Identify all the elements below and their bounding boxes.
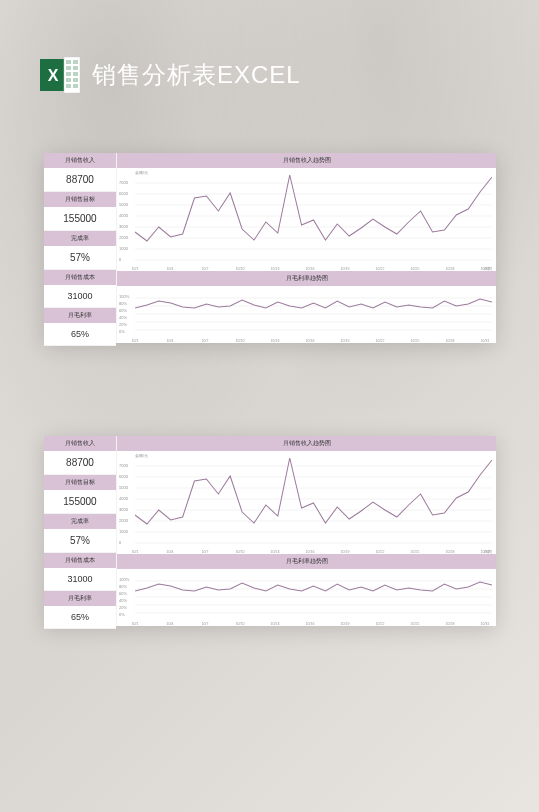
svg-rect-7 bbox=[73, 72, 78, 76]
y-tick: 0% bbox=[119, 329, 125, 334]
y-tick: 3000 bbox=[119, 507, 128, 512]
y-tick: 100% bbox=[119, 294, 129, 299]
x-tick: 10/31 bbox=[481, 622, 490, 626]
stat-label-revenue: 月销售收入 bbox=[44, 153, 116, 168]
y-tick: 2000 bbox=[119, 518, 128, 523]
y-tick: 1000 bbox=[119, 529, 128, 534]
svg-rect-11 bbox=[73, 84, 78, 88]
svg-rect-5 bbox=[73, 66, 78, 70]
margin-line-chart bbox=[135, 290, 492, 334]
y-tick: 6000 bbox=[119, 474, 128, 479]
x-tick: 10/1 bbox=[132, 622, 139, 626]
x-tick: 10/16 bbox=[306, 339, 315, 343]
x-tick: 10/4 bbox=[167, 622, 174, 626]
stat-value-completion: 57% bbox=[44, 246, 116, 270]
y-tick: 4000 bbox=[119, 213, 128, 218]
x-tick: 10/10 bbox=[236, 339, 245, 343]
revenue-chart-block: 月销售收入趋势图 金额/元 0 1000 2000 3000 4000 5000… bbox=[116, 436, 496, 554]
x-tick: 10/19 bbox=[341, 622, 350, 626]
revenue-chart-area: 金额/元 0 1000 2000 3000 4000 5000 6000 700… bbox=[117, 451, 496, 555]
y-tick: 80% bbox=[119, 301, 127, 306]
stat-label-target: 月销售目标 bbox=[44, 475, 116, 490]
x-tick: 10/28 bbox=[446, 622, 455, 626]
margin-chart-block: 月毛利率趋势图 0% 20% 40% 60% 80% 100% 10/1 10/… bbox=[116, 554, 496, 626]
margin-line-chart bbox=[135, 573, 492, 617]
stat-value-margin: 65% bbox=[44, 606, 116, 629]
y-tick: 20% bbox=[119, 322, 127, 327]
stat-value-target: 155000 bbox=[44, 490, 116, 514]
charts-container: 月销售收入趋势图 金额/元 0 1000 2000 3000 4000 5000… bbox=[116, 436, 496, 626]
x-tick: 10/22 bbox=[376, 622, 385, 626]
page-title: 销售分析表EXCEL bbox=[92, 59, 301, 91]
excel-icon: X bbox=[40, 55, 80, 95]
stats-sidebar: 月销售收入 88700 月销售目标 155000 完成率 57% 月销售成本 3… bbox=[44, 436, 116, 626]
revenue-chart-area: 金额/元 0 1000 2000 3000 4000 5000 6000 700… bbox=[117, 168, 496, 272]
x-tick: 10/16 bbox=[306, 622, 315, 626]
x-tick: 10/10 bbox=[236, 622, 245, 626]
margin-chart-title: 月毛利率趋势图 bbox=[117, 271, 496, 286]
svg-rect-2 bbox=[66, 60, 71, 64]
stat-value-cost: 31000 bbox=[44, 568, 116, 591]
y-tick: 0 bbox=[119, 540, 121, 545]
x-tick: 10/28 bbox=[446, 339, 455, 343]
chart-y-unit: 金额/元 bbox=[135, 170, 148, 175]
y-tick: 40% bbox=[119, 598, 127, 603]
chart-y-unit: 金额/元 bbox=[135, 453, 148, 458]
x-tick: 10/7 bbox=[202, 339, 209, 343]
stat-label-target: 月销售目标 bbox=[44, 192, 116, 207]
svg-rect-9 bbox=[73, 78, 78, 82]
revenue-line-chart bbox=[135, 172, 492, 262]
y-tick: 0% bbox=[119, 612, 125, 617]
stat-value-target: 155000 bbox=[44, 207, 116, 231]
stat-label-completion: 完成率 bbox=[44, 231, 116, 246]
stat-label-margin: 月毛利率 bbox=[44, 591, 116, 606]
y-tick: 5000 bbox=[119, 485, 128, 490]
svg-rect-10 bbox=[66, 84, 71, 88]
svg-rect-8 bbox=[66, 78, 71, 82]
y-tick: 7000 bbox=[119, 463, 128, 468]
stat-value-margin: 65% bbox=[44, 323, 116, 346]
y-tick: 0 bbox=[119, 257, 121, 262]
stat-value-completion: 57% bbox=[44, 529, 116, 553]
revenue-chart-block: 月销售收入趋势图 金额/元 0 1000 2000 3000 4000 5000… bbox=[116, 153, 496, 271]
stat-value-cost: 31000 bbox=[44, 285, 116, 308]
revenue-chart-title: 月销售收入趋势图 bbox=[117, 153, 496, 168]
y-tick: 20% bbox=[119, 605, 127, 610]
x-tick: 10/4 bbox=[167, 339, 174, 343]
stat-label-cost: 月销售成本 bbox=[44, 553, 116, 568]
x-tick: 10/25 bbox=[411, 339, 420, 343]
x-tick: 10/22 bbox=[376, 339, 385, 343]
y-tick: 6000 bbox=[119, 191, 128, 196]
x-tick: 10/7 bbox=[202, 622, 209, 626]
stat-value-revenue: 88700 bbox=[44, 168, 116, 192]
x-tick: 10/25 bbox=[411, 622, 420, 626]
x-tick: 10/13 bbox=[271, 339, 280, 343]
stats-sidebar: 月销售收入 88700 月销售目标 155000 完成率 57% 月销售成本 3… bbox=[44, 153, 116, 343]
y-tick: 60% bbox=[119, 308, 127, 313]
y-tick: 100% bbox=[119, 577, 129, 582]
y-tick: 5000 bbox=[119, 202, 128, 207]
svg-rect-6 bbox=[66, 72, 71, 76]
margin-chart-area: 0% 20% 40% 60% 80% 100% 10/1 10/4 10/7 1… bbox=[117, 286, 496, 344]
y-tick: 40% bbox=[119, 315, 127, 320]
x-tick: 10/13 bbox=[271, 622, 280, 626]
y-tick: 1000 bbox=[119, 246, 128, 251]
y-tick: 80% bbox=[119, 584, 127, 589]
y-tick: 60% bbox=[119, 591, 127, 596]
x-tick: 10/1 bbox=[132, 339, 139, 343]
x-tick: 10/19 bbox=[341, 339, 350, 343]
svg-rect-3 bbox=[73, 60, 78, 64]
dashboard-panel-2: 月销售收入 88700 月销售目标 155000 完成率 57% 月销售成本 3… bbox=[44, 436, 496, 626]
x-tick: 10/31 bbox=[481, 339, 490, 343]
stat-label-cost: 月销售成本 bbox=[44, 270, 116, 285]
margin-chart-area: 0% 20% 40% 60% 80% 100% 10/1 10/4 10/7 1… bbox=[117, 569, 496, 627]
y-tick: 2000 bbox=[119, 235, 128, 240]
stat-label-completion: 完成率 bbox=[44, 514, 116, 529]
margin-chart-block: 月毛利率趋势图 0% 20% 40% 60% 80% 100% 10/1 10/… bbox=[116, 271, 496, 343]
stat-label-margin: 月毛利率 bbox=[44, 308, 116, 323]
page-header: X 销售分析表EXCEL bbox=[40, 55, 301, 95]
svg-rect-4 bbox=[66, 66, 71, 70]
dashboard-panel-1: 月销售收入 88700 月销售目标 155000 完成率 57% 月销售成本 3… bbox=[44, 153, 496, 343]
y-tick: 4000 bbox=[119, 496, 128, 501]
revenue-line-chart bbox=[135, 455, 492, 545]
